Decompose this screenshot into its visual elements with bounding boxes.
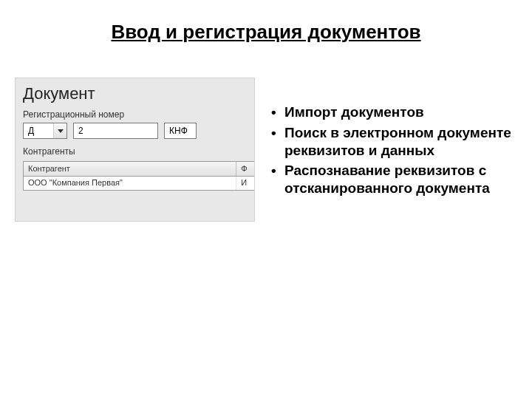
- cell-contragent: ООО "Компания Первая": [24, 177, 236, 190]
- regnum-row: Д КНФ: [16, 123, 254, 145]
- prefix-dropdown[interactable]: Д: [23, 123, 67, 139]
- bullet-list: Импорт документов Поиск в электронном до…: [270, 103, 514, 200]
- suffix-field[interactable]: КНФ: [164, 123, 197, 139]
- document-panel: Документ Регистрационный номер Д КНФ Кон…: [15, 78, 255, 222]
- regnum-label: Регистрационный номер: [16, 108, 254, 123]
- contragents-grid: Контрагент Ф ООО "Компания Первая" И: [23, 161, 255, 191]
- slide-title: Ввод и регистрация документов: [0, 21, 532, 44]
- prefix-value: Д: [24, 126, 53, 136]
- contragents-label: Контрагенты: [16, 145, 254, 161]
- number-input[interactable]: [73, 123, 158, 139]
- list-item: Поиск в электронном документе реквизитов…: [270, 124, 514, 160]
- grid-header: Контрагент Ф: [24, 162, 255, 177]
- table-row[interactable]: ООО "Компания Первая" И: [24, 177, 255, 190]
- chevron-down-icon[interactable]: [53, 123, 66, 138]
- cell-col2: И: [236, 177, 255, 190]
- grid-col-contragent[interactable]: Контрагент: [24, 162, 236, 176]
- suffix-value: КНФ: [169, 126, 188, 136]
- list-item: Распознавание реквизитов с отсканированн…: [270, 162, 514, 197]
- panel-heading: Документ: [16, 78, 254, 108]
- list-item: Импорт документов: [270, 103, 514, 121]
- grid-col-2[interactable]: Ф: [236, 162, 255, 176]
